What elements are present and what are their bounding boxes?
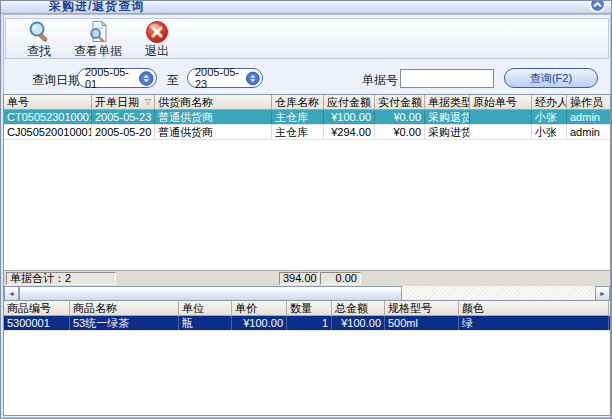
exit-icon xyxy=(145,20,169,44)
find-label: 查找 xyxy=(27,45,51,57)
items-panel: 商品编号商品名称单位单价数量总金额规格型号颜色 530000153统一绿茶瓶¥1… xyxy=(3,300,611,416)
to-label: 至 xyxy=(167,72,179,89)
orders-grid-body: CT0505230100012005-05-23普通供货商主仓库¥100.00¥… xyxy=(4,110,610,140)
date-spinner-icon[interactable] xyxy=(246,71,260,86)
doc-no-input[interactable] xyxy=(400,69,494,88)
view-doc-button[interactable]: 查看单据 xyxy=(70,20,126,58)
items-grid-header: 商品编号商品名称单位单价数量总金额规格型号颜色 xyxy=(4,301,610,316)
table-cell: 采购退货 xyxy=(425,110,470,124)
table-cell xyxy=(470,110,532,124)
table-cell: 小张 xyxy=(532,110,567,124)
column-header[interactable]: 单位 xyxy=(179,301,232,316)
column-header[interactable]: 应付金额 xyxy=(324,95,375,110)
column-header[interactable]: 数量 xyxy=(287,301,332,316)
column-header[interactable]: 总金额 xyxy=(332,301,385,316)
table-row[interactable]: CJ0505200100012005-05-20普通供货商主仓库¥294.00¥… xyxy=(4,125,610,140)
table-cell: admin xyxy=(567,110,610,124)
filter-bar: 查询日期： 2005-05-01 至 2005-05-23 单据号： 查询(F2… xyxy=(1,67,612,91)
table-cell: 主仓库 xyxy=(272,110,324,124)
table-cell: 普通供货商 xyxy=(155,110,272,124)
table-cell: 2005-05-23 xyxy=(92,110,155,124)
horizontal-scrollbar[interactable]: ◄ ► xyxy=(4,286,610,301)
window: 采购进/退货查询 查找 查看单据 xyxy=(0,0,612,419)
table-cell: ¥100.00 xyxy=(324,110,375,124)
column-header[interactable]: 供货商名称 xyxy=(155,95,272,110)
scrollbar-thumb[interactable] xyxy=(19,286,402,301)
column-header[interactable]: 单号 xyxy=(4,95,92,110)
exit-label: 退出 xyxy=(145,45,169,57)
table-cell: 1 xyxy=(287,316,332,330)
table-cell: ¥0.00 xyxy=(375,110,425,124)
orders-panel: 单号开单日期▽供货商名称仓库名称应付金额实付金额单据类型原始单号经办人操作员 C… xyxy=(3,94,611,300)
items-grid-body: 530000153统一绿茶瓶¥100.001¥100.00500ml绿 xyxy=(4,316,610,331)
column-header[interactable]: 开单日期▽ xyxy=(92,95,155,110)
title-bar: 采购进/退货查询 xyxy=(1,1,611,14)
table-cell: 500ml xyxy=(385,316,459,330)
exit-button[interactable]: 退出 xyxy=(132,20,182,58)
scroll-left-button[interactable]: ◄ xyxy=(4,286,19,301)
table-cell: 主仓库 xyxy=(272,125,324,139)
date-from-field[interactable]: 2005-05-01 xyxy=(77,68,157,88)
table-cell: 5300001 xyxy=(4,316,70,330)
column-header[interactable]: 实付金额 xyxy=(375,95,425,110)
paid-total-box: 0.00 xyxy=(320,272,361,285)
column-header[interactable]: 原始单号 xyxy=(470,95,532,110)
table-cell: ¥100.00 xyxy=(332,316,385,330)
table-cell: 53统一绿茶 xyxy=(70,316,179,330)
items-grid: 商品编号商品名称单位单价数量总金额规格型号颜色 530000153统一绿茶瓶¥1… xyxy=(4,301,610,415)
table-cell: ¥100.00 xyxy=(232,316,287,330)
table-cell: 小张 xyxy=(532,125,567,139)
orders-grid: 单号开单日期▽供货商名称仓库名称应付金额实付金额单据类型原始单号经办人操作员 C… xyxy=(4,95,610,270)
table-cell: 普通供货商 xyxy=(155,125,272,139)
find-button[interactable]: 查找 xyxy=(14,20,64,58)
payable-total-box: 394.00 xyxy=(279,272,319,285)
table-cell: 2005-05-20 xyxy=(92,125,155,139)
document-magnifier-icon xyxy=(86,20,110,44)
column-header[interactable]: 操作员 xyxy=(567,95,610,110)
table-cell xyxy=(470,125,532,139)
table-cell: 绿 xyxy=(459,316,609,330)
column-header[interactable]: 单据类型 xyxy=(425,95,470,110)
sort-indicator-icon: ▽ xyxy=(145,95,151,109)
view-doc-label: 查看单据 xyxy=(74,45,122,57)
date-to-field[interactable]: 2005-05-23 xyxy=(187,68,263,88)
scroll-right-button[interactable]: ► xyxy=(595,286,610,301)
table-cell: CJ050520010001 xyxy=(4,125,92,139)
column-header[interactable]: 商品名称 xyxy=(70,301,179,316)
orders-grid-header: 单号开单日期▽供货商名称仓库名称应付金额实付金额单据类型原始单号经办人操作员 xyxy=(4,95,610,110)
total-count-box: 单据合计：2 xyxy=(6,272,116,285)
table-row[interactable]: 530000153统一绿茶瓶¥100.001¥100.00500ml绿 xyxy=(4,316,610,331)
table-row[interactable]: CT0505230100012005-05-23普通供货商主仓库¥100.00¥… xyxy=(4,110,610,125)
magnifier-icon xyxy=(27,20,51,44)
chevron-up-icon xyxy=(589,1,606,13)
date-from-value: 2005-05-01 xyxy=(85,66,139,90)
table-cell: ¥294.00 xyxy=(324,125,375,139)
window-title: 采购进/退货查询 xyxy=(49,1,144,14)
column-header[interactable]: 单价 xyxy=(232,301,287,316)
table-cell: ¥0.00 xyxy=(375,125,425,139)
toolbar: 查找 查看单据 xyxy=(5,18,609,59)
summary-bar: 单据合计：2 394.00 0.00 xyxy=(4,270,610,286)
rollup-button[interactable] xyxy=(589,1,606,13)
date-spinner-icon[interactable] xyxy=(139,71,154,86)
table-cell: admin xyxy=(567,125,610,139)
table-cell: CT050523010001 xyxy=(4,110,92,124)
query-button[interactable]: 查询(F2) xyxy=(504,68,598,88)
column-header[interactable]: 经办人 xyxy=(532,95,567,110)
date-to-value: 2005-05-23 xyxy=(195,66,246,90)
table-cell: 采购进货 xyxy=(425,125,470,139)
column-header[interactable]: 规格型号 xyxy=(385,301,459,316)
column-header[interactable]: 商品编号 xyxy=(4,301,70,316)
column-header[interactable]: 颜色 xyxy=(459,301,609,316)
column-header[interactable]: 仓库名称 xyxy=(272,95,324,110)
table-cell: 瓶 xyxy=(179,316,232,330)
